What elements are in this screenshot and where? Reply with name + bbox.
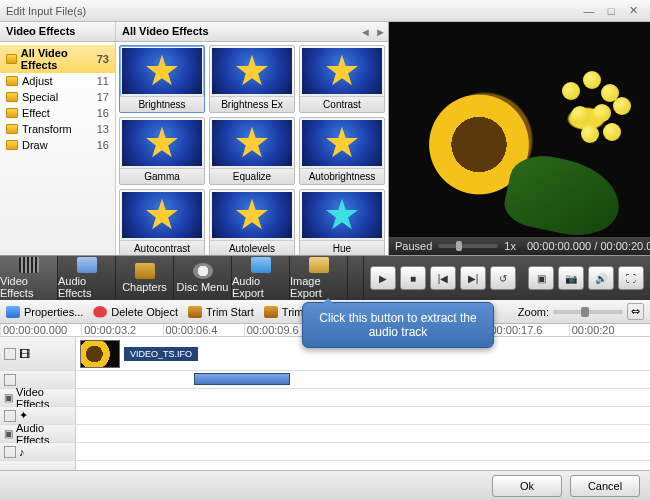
folder-icon (6, 108, 18, 118)
disc-icon (193, 263, 213, 279)
effect-autolevels[interactable]: Autolevels (209, 189, 295, 255)
video-effects-track-header: ▣Video Effects (0, 389, 650, 407)
mode-image-export[interactable]: Image Export (290, 256, 348, 300)
track-toggle-icon[interactable] (4, 446, 16, 458)
effect-hue[interactable]: Hue (299, 189, 385, 255)
stop-button[interactable]: ■ (400, 266, 426, 290)
star-icon (325, 54, 359, 88)
track-toggle-icon[interactable] (4, 410, 16, 422)
clip-name: VIDEO_TS.IFO (124, 347, 198, 361)
category-tree: All Video Effects73Adjust11Special17Effe… (0, 42, 116, 255)
video-clip[interactable]: VIDEO_TS.IFO (80, 339, 198, 369)
effect-autobrightness[interactable]: Autobrightness (299, 117, 385, 185)
audio-clip[interactable] (194, 373, 290, 385)
iexp-icon (309, 257, 329, 273)
time-duration: 00:00:20.053 (600, 240, 650, 252)
cancel-button[interactable]: Cancel (570, 475, 640, 497)
tree-item-label: Transform (22, 123, 72, 135)
prev-frame-button[interactable]: |◀ (430, 266, 456, 290)
delete-icon (93, 306, 107, 318)
snapshot-button[interactable]: 📷 (558, 266, 584, 290)
chap-icon (135, 263, 155, 279)
fullscreen-button[interactable]: ⛶ (618, 266, 644, 290)
loop-button[interactable]: ↺ (490, 266, 516, 290)
video-effects-track[interactable]: ✦ (0, 407, 650, 425)
tree-item-special[interactable]: Special17 (0, 89, 115, 105)
tree-item-transform[interactable]: Transform13 (0, 121, 115, 137)
tree-item-all-video-effects[interactable]: All Video Effects73 (0, 45, 115, 73)
star-icon (325, 198, 359, 232)
maximize-button[interactable]: □ (600, 5, 622, 17)
mode-chapters[interactable]: Chapters (116, 256, 174, 300)
next-frame-button[interactable]: ▶| (460, 266, 486, 290)
minimize-button[interactable]: — (578, 5, 600, 17)
zoom-label: Zoom: (518, 306, 549, 318)
tree-item-draw[interactable]: Draw16 (0, 137, 115, 153)
tree-item-effect[interactable]: Effect16 (0, 105, 115, 121)
audio-effects-track-header: ▣Audio Effects (0, 425, 650, 443)
delete-object-button[interactable]: Delete Object (93, 306, 178, 318)
audio-icon (77, 257, 97, 273)
preview-panel: Paused 1x 00:00:00.000 / 00:00:20.053 (389, 22, 650, 255)
audio-subtrack[interactable] (0, 371, 650, 389)
collapse-icon[interactable]: ▣ (4, 428, 13, 439)
tree-item-label: Draw (22, 139, 48, 151)
tree-item-count: 13 (97, 123, 109, 135)
effect-gamma[interactable]: Gamma (119, 117, 205, 185)
trim-start-label: Trim Start (206, 306, 254, 318)
star-icon (235, 198, 269, 232)
close-button[interactable]: ✕ (622, 4, 644, 17)
audio-effects-track[interactable]: ♪ (0, 443, 650, 461)
time-position: 00:00:00.000 (527, 240, 591, 252)
nav-next-icon[interactable]: ► (375, 26, 386, 38)
star-icon (325, 126, 359, 160)
video-effects-track-label: Video Effects (16, 386, 71, 410)
zoom-slider[interactable] (553, 310, 623, 314)
fit-timeline-button[interactable]: ⇔ (627, 303, 644, 320)
track-toggle-icon[interactable] (4, 348, 16, 360)
effect-brightness-ex[interactable]: Brightness Ex (209, 45, 295, 113)
effect-label: Hue (300, 240, 384, 255)
effect-contrast[interactable]: Contrast (299, 45, 385, 113)
film-icon (19, 257, 39, 273)
mode-audio-effects[interactable]: Audio Effects (58, 256, 116, 300)
effect-label: Autobrightness (300, 168, 384, 184)
trim-start-button[interactable]: Trim Start (188, 306, 254, 318)
effect-thumbnail (302, 120, 382, 166)
ruler-tick: 00:00:20 (569, 324, 650, 336)
preview-image (389, 22, 650, 237)
effect-label: Brightness (120, 96, 204, 112)
collapse-icon[interactable]: ▣ (4, 392, 13, 403)
mode-audio-export[interactable]: Audio Export (232, 256, 290, 300)
play-button[interactable]: ▶ (370, 266, 396, 290)
effect-equalize[interactable]: Equalize (209, 117, 295, 185)
effect-thumbnail (212, 48, 292, 94)
tree-item-label: Adjust (22, 75, 53, 87)
properties-button[interactable]: Properties... (6, 306, 83, 318)
tree-item-count: 16 (97, 107, 109, 119)
mode-disc-menu[interactable]: Disc Menu (174, 256, 232, 300)
mode-label: Audio Export (232, 275, 289, 299)
time-sep: / (591, 240, 600, 252)
volume-button[interactable]: 🔊 (588, 266, 614, 290)
ok-button[interactable]: Ok (492, 475, 562, 497)
effect-thumbnail (212, 192, 292, 238)
effect-thumbnail (302, 192, 382, 238)
tree-item-count: 11 (97, 75, 109, 87)
track-toggle-icon[interactable] (4, 374, 16, 386)
folder-icon (6, 140, 18, 150)
tooltip-callout: Click this button to extract the audio t… (302, 302, 494, 348)
effect-label: Autolevels (210, 240, 294, 255)
playback-status: Paused (395, 240, 432, 252)
aexp-icon (251, 257, 271, 273)
mode-video-effects[interactable]: Video Effects (0, 256, 58, 300)
effect-label: Equalize (210, 168, 294, 184)
tree-item-adjust[interactable]: Adjust11 (0, 73, 115, 89)
speed-slider[interactable] (438, 244, 498, 248)
clip-thumbnail (80, 340, 120, 368)
nav-prev-icon[interactable]: ◄ (360, 26, 371, 38)
marker-button[interactable]: ▣ (528, 266, 554, 290)
effect-brightness[interactable]: Brightness (119, 45, 205, 113)
tree-item-count: 73 (97, 53, 109, 65)
effect-autocontrast[interactable]: Autocontrast (119, 189, 205, 255)
